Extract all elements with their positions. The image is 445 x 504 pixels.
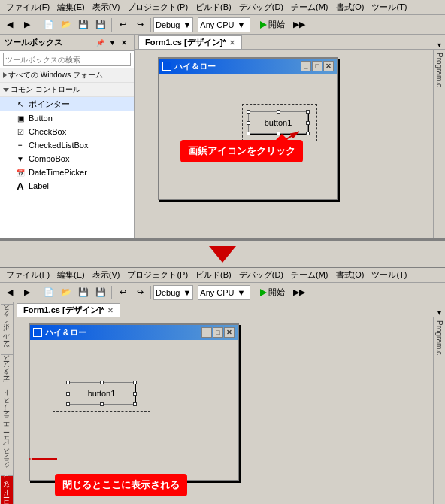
bottom-menu-file[interactable]: ファイル(F) — [3, 269, 53, 281]
bottom-cpu-dropdown[interactable]: Any CPU ▼ — [198, 285, 250, 300]
side-tab-codenone[interactable]: コードなし — [1, 475, 13, 504]
bottom-tab-nav-icon[interactable]: ▾ — [433, 308, 445, 317]
bottom-debug-config-dropdown[interactable]: Debug ▼ — [153, 285, 193, 300]
toolbox-item-button[interactable]: ▣ Button — [0, 111, 134, 125]
toolbox-item-datetimepicker[interactable]: 📅 DateTimePicker — [0, 165, 134, 179]
cpu-dropdown[interactable]: Any CPU ▼ — [198, 17, 250, 32]
bottom-toolbar-saveall[interactable]: 💾 — [92, 284, 109, 301]
top-form-titlebar: ハイ＆ロー _ □ ✕ — [159, 59, 337, 74]
handle-bl — [247, 132, 250, 135]
toolbox-item-combobox[interactable]: ▼ ComboBox — [0, 152, 134, 165]
combobox-icon: ▼ — [15, 153, 26, 164]
bottom-maximize-button[interactable]: □ — [213, 327, 223, 338]
bottom-menu-tools[interactable]: ツール(T) — [368, 269, 410, 281]
maximize-button[interactable]: □ — [312, 61, 322, 71]
close-button[interactable]: ✕ — [323, 61, 334, 71]
toolbar-redo[interactable]: ↪ — [132, 17, 148, 33]
toolbox-pin-icon[interactable]: 📌 — [95, 38, 105, 48]
bottom-start-button[interactable]: 開始 — [255, 284, 290, 301]
menu-tools[interactable]: ツール(T) — [368, 1, 410, 14]
menu-debug[interactable]: デバッグ(D) — [236, 1, 286, 14]
side-tab-datasource[interactable]: データソース — [1, 354, 13, 390]
bottom-win-controls: _ □ ✕ — [201, 327, 235, 338]
bottom-form-app-icon — [33, 328, 42, 337]
bottom-menu-view[interactable]: 表示(V) — [89, 269, 123, 281]
side-tab-errorlist[interactable]: エラーリスト — [1, 390, 13, 433]
bottom-content-area: Form1.cs [デザイン]* ✕ ▾ ハイ＆ロー — [14, 302, 445, 504]
bottom-toolbar-redo[interactable]: ↪ — [132, 284, 148, 301]
top-design-canvas: ハイ＆ロー _ □ ✕ — [135, 50, 433, 238]
toolbox-search-input[interactable] — [3, 53, 131, 66]
toolbar-saveall[interactable]: 💾 — [92, 17, 109, 33]
menu-file[interactable]: ファイル(F) — [3, 1, 53, 14]
side-tab-toolbox[interactable]: ツールボックス — [1, 304, 13, 354]
bottom-toolbar-open[interactable]: 📂 — [58, 284, 74, 301]
bottom-side-tabs: ツールボックス データソース エラーリスト クラスビュー コードなし — [0, 302, 14, 504]
right-collapsed-tab-top[interactable]: Program.c — [433, 50, 445, 238]
toolbox-search-area — [0, 51, 134, 68]
toolbox-item-checkbox[interactable]: ☑ CheckBox — [0, 125, 134, 138]
bottom-toolbar-new[interactable]: 📄 — [41, 284, 57, 301]
bottom-handle-bm — [100, 402, 104, 406]
toolbox-item-label[interactable]: A Label — [0, 179, 134, 193]
bottom-menu-format[interactable]: 書式(O) — [333, 269, 368, 281]
bottom-toolbar: ◀ ▶ 📄 📂 💾 💾 ↩ ↪ Debug ▼ Any CPU ▼ 開始 ▶▶ — [0, 283, 445, 302]
bottom-menu-edit[interactable]: 編集(E) — [54, 269, 88, 281]
top-win-form: ハイ＆ロー _ □ ✕ — [158, 57, 338, 200]
bottom-toolbar-undo[interactable]: ↩ — [114, 284, 131, 301]
toolbar-extra[interactable]: ▶▶ — [291, 17, 307, 33]
menu-format[interactable]: 書式(O) — [333, 1, 368, 14]
toolbox-group-winforms[interactable]: すべての Windows フォーム — [0, 68, 134, 83]
checkedlistbox-icon: ≡ — [15, 140, 26, 150]
bottom-menu-debug[interactable]: デバッグ(D) — [236, 269, 286, 281]
bottom-handle-br — [133, 402, 137, 406]
toolbar-forward[interactable]: ▶ — [19, 17, 35, 33]
bottom-handle-mr — [133, 392, 137, 396]
right-collapsed-tab-bottom[interactable]: Program.c — [433, 317, 445, 504]
toolbar-back[interactable]: ◀ — [2, 17, 18, 33]
toolbox-item-pointer[interactable]: ↖ ポインター — [0, 97, 134, 111]
bottom-doc-tab-close[interactable]: ✕ — [107, 307, 114, 314]
toolbox-arrow-icon[interactable]: ▾ — [107, 38, 117, 48]
toolbar-save[interactable]: 💾 — [75, 17, 92, 33]
bottom-close-button[interactable]: ✕ — [224, 327, 235, 338]
minimize-button[interactable]: _ — [301, 61, 311, 71]
start-button[interactable]: 開始 — [255, 17, 290, 33]
toolbox-header-icons: 📌 ▾ ✕ — [95, 38, 129, 48]
debug-config-dropdown[interactable]: Debug ▼ — [153, 17, 193, 32]
side-tab-classview[interactable]: クラスビュー — [1, 433, 13, 475]
button-icon: ▣ — [15, 113, 26, 123]
bottom-toolbar-sep1 — [38, 286, 38, 299]
toolbar-open[interactable]: 📂 — [58, 17, 74, 33]
handle-mr — [306, 121, 310, 125]
bottom-menu-build[interactable]: ビルド(B) — [192, 269, 235, 281]
bottom-toolbar-back[interactable]: ◀ — [2, 284, 18, 301]
bottom-toolbar-sep2 — [111, 286, 112, 299]
toolbox-close-icon[interactable]: ✕ — [119, 38, 129, 48]
toolbox-group-common[interactable]: コモン コントロール — [0, 83, 134, 97]
right-tab-label: Program.c — [435, 53, 443, 87]
bottom-doc-tab-form1[interactable]: Form1.cs [デザイン]* ✕ — [17, 303, 120, 317]
bottom-toolbar-extra[interactable]: ▶▶ — [291, 284, 307, 301]
menu-view[interactable]: 表示(V) — [89, 1, 123, 14]
bottom-menu-team[interactable]: チーム(M) — [288, 269, 331, 281]
bottom-toolbar-forward[interactable]: ▶ — [19, 284, 35, 301]
tab-nav-icon[interactable]: ▾ — [433, 41, 445, 49]
menu-project[interactable]: プロジェクト(P) — [124, 1, 191, 14]
bottom-minimize-button[interactable]: _ — [201, 327, 212, 338]
bottom-button1-control[interactable]: button1 — [68, 382, 135, 405]
play-icon — [260, 21, 267, 29]
bottom-handle-bl — [66, 402, 70, 406]
doc-tab-form1[interactable]: Form1.cs [デザイン]* ✕ — [138, 35, 242, 49]
bottom-form-titlebar: ハイ＆ロー _ □ ✕ — [30, 325, 238, 340]
toolbox-item-checkedlistbox[interactable]: ≡ CheckedListBox — [0, 138, 134, 152]
bottom-menu-project[interactable]: プロジェクト(P) — [124, 269, 191, 281]
menu-edit[interactable]: 編集(E) — [54, 1, 88, 14]
menu-team[interactable]: チーム(M) — [288, 1, 331, 14]
bottom-toolbar-save[interactable]: 💾 — [75, 284, 92, 301]
top-content-area: Form1.cs [デザイン]* ✕ ▾ ハイ＆ロー — [135, 35, 445, 238]
toolbar-new[interactable]: 📄 — [41, 17, 57, 33]
toolbar-undo[interactable]: ↩ — [114, 17, 131, 33]
menu-build[interactable]: ビルド(B) — [192, 1, 235, 14]
doc-tab-close[interactable]: ✕ — [229, 39, 235, 47]
